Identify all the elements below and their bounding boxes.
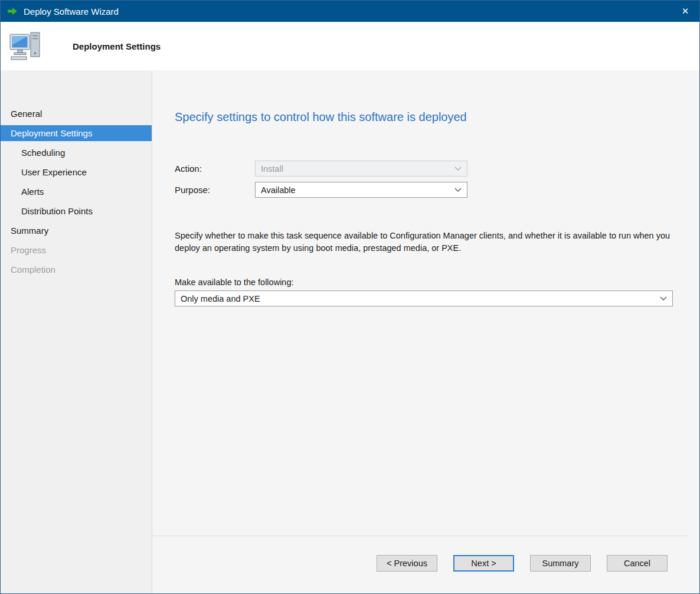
wizard-body: General Deployment Settings Scheduling U… xyxy=(1,70,699,593)
make-available-value: Only media and PXE xyxy=(181,294,260,303)
nav-completion: Completion xyxy=(1,262,152,278)
nav-alerts[interactable]: Alerts xyxy=(1,184,152,200)
action-label: Action: xyxy=(175,164,255,174)
cancel-button[interactable]: Cancel xyxy=(607,555,668,572)
wizard-green-arrow-icon xyxy=(6,5,18,17)
window-title: Deploy Software Wizard xyxy=(24,6,119,17)
purpose-row: Purpose: Available xyxy=(175,182,673,198)
summary-button[interactable]: Summary xyxy=(530,555,591,572)
wizard-main: Specify settings to control how this sof… xyxy=(152,70,699,593)
nav-user-experience[interactable]: User Experience xyxy=(1,164,152,180)
nav-scheduling[interactable]: Scheduling xyxy=(1,145,152,161)
description-text: Specify whether to make this task sequen… xyxy=(175,230,683,254)
purpose-label: Purpose: xyxy=(175,185,255,195)
wizard-content: Specify settings to control how this sof… xyxy=(152,70,699,536)
titlebar: Deploy Software Wizard ✕ xyxy=(1,1,699,22)
purpose-dropdown[interactable]: Available xyxy=(255,182,467,198)
make-available-label: Make available to the following: xyxy=(175,278,673,287)
purpose-value: Available xyxy=(261,185,296,195)
action-dropdown: Install xyxy=(255,161,467,177)
wizard-footer: < Previous Next > Summary Cancel xyxy=(152,536,688,593)
previous-button[interactable]: < Previous xyxy=(377,555,437,572)
wizard-header: Deployment Settings xyxy=(1,22,699,70)
action-row: Action: Install xyxy=(175,161,673,177)
chevron-down-icon xyxy=(454,167,462,171)
nav-summary[interactable]: Summary xyxy=(1,223,152,239)
page-title: Deployment Settings xyxy=(73,41,161,51)
content-heading: Specify settings to control how this sof… xyxy=(175,110,673,124)
nav-progress: Progress xyxy=(1,242,152,258)
nav-general[interactable]: General xyxy=(1,106,152,122)
nav-distribution-points[interactable]: Distribution Points xyxy=(1,203,152,219)
action-value: Install xyxy=(261,164,283,174)
nav-deployment-settings[interactable]: Deployment Settings xyxy=(1,125,152,141)
make-available-dropdown[interactable]: Only media and PXE xyxy=(175,291,673,306)
deployment-form: Action: Install Purpose: xyxy=(175,161,673,198)
computer-icon xyxy=(9,30,42,62)
next-button[interactable]: Next > xyxy=(453,555,514,572)
wizard-nav: General Deployment Settings Scheduling U… xyxy=(1,70,152,593)
chevron-down-icon xyxy=(660,296,667,301)
close-icon[interactable]: ✕ xyxy=(671,1,699,22)
deploy-software-wizard-window: Deploy Software Wizard ✕ Deployment Sett… xyxy=(0,0,700,594)
chevron-down-icon xyxy=(454,188,462,192)
